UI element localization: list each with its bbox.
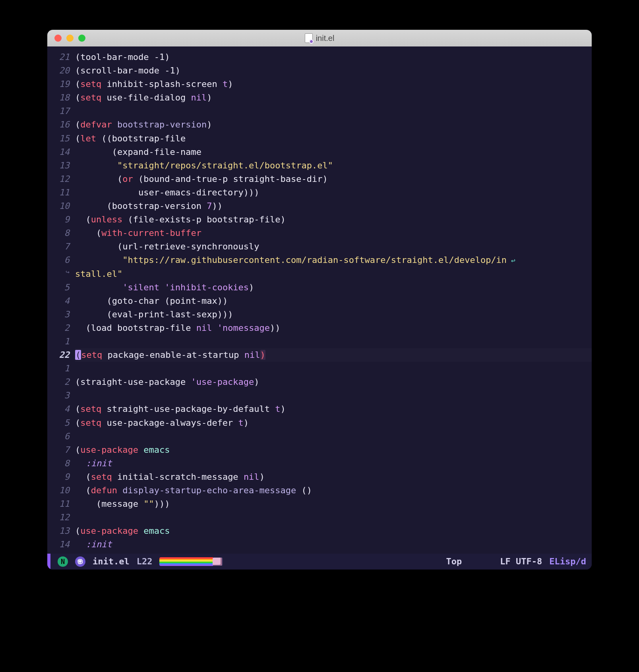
line-number: 3 [47, 389, 75, 402]
code-line[interactable]: 11 user-emacs-directory))) [47, 186, 592, 199]
code-content[interactable]: (use-package emacs [75, 443, 592, 457]
code-content[interactable]: (eval-print-last-sexp))) [75, 308, 592, 321]
code-line[interactable]: 9 (setq initial-scratch-message nil) [47, 470, 592, 484]
code-content[interactable]: (message ""))) [75, 497, 592, 511]
code-content[interactable]: (unless (file-exists-p bootstrap-file) [75, 213, 592, 226]
line-number: 9 [47, 470, 75, 484]
code-content[interactable]: (setq use-file-dialog nil) [75, 91, 592, 104]
code-content[interactable]: :init [75, 457, 592, 470]
code-line[interactable]: 2(straight-use-package 'use-package) [47, 375, 592, 389]
code-content[interactable] [75, 430, 592, 443]
code-line[interactable]: 10 (defun display-startup-echo-area-mess… [47, 484, 592, 497]
line-number: 8 [47, 457, 75, 470]
code-content[interactable] [75, 389, 592, 402]
line-number: 4 [47, 294, 75, 308]
code-content[interactable]: (setq use-package-always-defer t) [75, 416, 592, 430]
code-line[interactable]: 4 (goto-char (point-max)) [47, 294, 592, 308]
line-number: 9 [47, 213, 75, 226]
code-content[interactable]: (goto-char (point-max)) [75, 294, 592, 308]
nyan-rainbow [159, 557, 213, 566]
code-line[interactable]: 7 (url-retrieve-synchronously [47, 240, 592, 253]
code-area[interactable]: 21(tool-bar-mode -1)20(scroll-bar-mode -… [47, 46, 592, 554]
code-content[interactable]: (bootstrap-version 7)) [75, 199, 592, 213]
code-line[interactable]: 12 [47, 511, 592, 524]
code-content[interactable]: stall.el" [75, 267, 592, 281]
code-line[interactable]: 20(scroll-bar-mode -1) [47, 64, 592, 77]
nyan-progress[interactable] [159, 557, 223, 566]
code-content[interactable]: (tool-bar-mode -1) [75, 50, 592, 64]
major-mode-indicator[interactable]: ELisp/d [549, 555, 586, 568]
titlebar[interactable]: init.el [47, 30, 592, 46]
editor-area[interactable]: 21(tool-bar-mode -1)20(scroll-bar-mode -… [47, 46, 592, 570]
code-content[interactable]: (or (bound-and-true-p straight-base-dir) [75, 172, 592, 186]
code-content[interactable]: (setq inhibit-splash-screen t) [75, 77, 592, 91]
code-content[interactable]: (straight-use-package 'use-package) [75, 375, 592, 389]
code-line[interactable]: 11 (message ""))) [47, 497, 592, 511]
code-content[interactable]: (scroll-bar-mode -1) [75, 64, 592, 77]
code-content[interactable]: "straight/repos/straight.el/bootstrap.el… [75, 159, 592, 172]
line-number: 8 [47, 226, 75, 240]
code-content[interactable]: (expand-file-name [75, 145, 592, 159]
code-line[interactable]: 4(setq straight-use-package-by-default t… [47, 402, 592, 416]
code-content[interactable]: (with-current-buffer [75, 226, 592, 240]
code-line[interactable]: 13(use-package emacs [47, 524, 592, 538]
code-line[interactable]: 8 (with-current-buffer [47, 226, 592, 240]
code-content[interactable]: "https://raw.githubusercontent.com/radia… [75, 253, 592, 267]
code-line[interactable]: 12 (or (bound-and-true-p straight-base-d… [47, 172, 592, 186]
code-content[interactable] [75, 335, 592, 348]
code-line[interactable]: 5(setq use-package-always-defer t) [47, 416, 592, 430]
code-line[interactable]: 9 (unless (file-exists-p bootstrap-file) [47, 213, 592, 226]
code-line[interactable]: 1 [47, 335, 592, 348]
code-line[interactable]: 14 :init [47, 538, 592, 551]
code-content[interactable]: (setq straight-use-package-by-default t) [75, 402, 592, 416]
code-line[interactable]: 16(defvar bootstrap-version) [47, 118, 592, 131]
code-content[interactable]: (setq package-enable-at-startup nil) [75, 348, 592, 362]
code-content[interactable]: 'silent 'inhibit-cookies) [75, 281, 592, 294]
code-content[interactable]: (defvar bootstrap-version) [75, 118, 592, 131]
code-line[interactable]: 5 'silent 'inhibit-cookies) [47, 281, 592, 294]
code-line[interactable]: 1 [47, 362, 592, 375]
line-number: 1 [47, 362, 75, 375]
code-line[interactable]: 13 "straight/repos/straight.el/bootstrap… [47, 159, 592, 172]
code-content[interactable]: (setq initial-scratch-message nil) [75, 470, 592, 484]
document-icon [305, 33, 313, 43]
code-content[interactable]: (let ((bootstrap-file [75, 132, 592, 145]
code-content[interactable]: (load bootstrap-file nil 'nomessage)) [75, 321, 592, 335]
encoding-indicator[interactable]: LF UTF-8 [500, 555, 542, 568]
line-number: 2 [47, 375, 75, 389]
code-line[interactable]: 17 [47, 104, 592, 118]
code-content[interactable]: (url-retrieve-synchronously [75, 240, 592, 253]
code-content[interactable]: :init [75, 538, 592, 551]
code-line[interactable]: 7(use-package emacs [47, 443, 592, 457]
code-line[interactable]: 3 [47, 389, 592, 402]
code-line[interactable]: 18(setq use-file-dialog nil) [47, 91, 592, 104]
line-number: 10 [47, 199, 75, 213]
line-number: 5 [47, 281, 75, 294]
close-icon[interactable] [54, 35, 62, 42]
code-line[interactable]: 21(tool-bar-mode -1) [47, 50, 592, 64]
code-line[interactable]: 15(let ((bootstrap-file [47, 132, 592, 145]
line-number: 13 [47, 524, 75, 538]
code-line[interactable]: 2 (load bootstrap-file nil 'nomessage)) [47, 321, 592, 335]
modeline-accent [47, 554, 50, 570]
code-content[interactable] [75, 511, 592, 524]
zoom-icon[interactable] [78, 35, 85, 42]
code-content[interactable] [75, 362, 592, 375]
code-line[interactable]: 10 (bootstrap-version 7)) [47, 199, 592, 213]
line-number: 22 [47, 348, 75, 362]
code-line[interactable]: 14 (expand-file-name [47, 145, 592, 159]
code-line[interactable]: 3 (eval-print-last-sexp))) [47, 308, 592, 321]
line-number: 14 [47, 538, 75, 551]
code-content[interactable] [75, 104, 592, 118]
buffer-name[interactable]: init.el [93, 555, 130, 568]
minimize-icon[interactable] [66, 35, 74, 42]
code-line[interactable]: 19(setq inhibit-splash-screen t) [47, 77, 592, 91]
code-line[interactable]: ↪stall.el" [47, 267, 592, 281]
code-content[interactable]: user-emacs-directory))) [75, 186, 592, 199]
code-content[interactable]: (defun display-startup-echo-area-message… [75, 484, 592, 497]
code-content[interactable]: (use-package emacs [75, 524, 592, 538]
code-line[interactable]: 6 [47, 430, 592, 443]
code-line[interactable]: 22(setq package-enable-at-startup nil) [47, 348, 592, 362]
code-line[interactable]: 6 "https://raw.githubusercontent.com/rad… [47, 253, 592, 267]
code-line[interactable]: 8 :init [47, 457, 592, 470]
